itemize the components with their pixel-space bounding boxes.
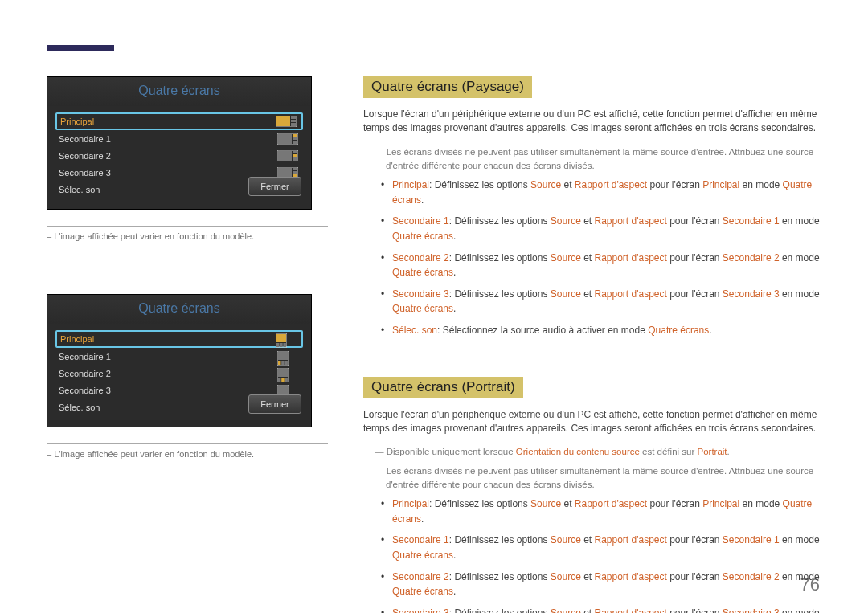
svg-rect-1	[276, 116, 290, 126]
section-info-note: Les écrans divisés ne peuvent pas utilis…	[375, 464, 821, 492]
svg-rect-4	[291, 123, 296, 126]
layout-icon-principal-portrait	[276, 333, 297, 345]
osd-row-secondaire2[interactable]: Secondaire 2	[55, 147, 303, 164]
osd-row-label: Secondaire 1	[59, 134, 277, 144]
osd-row-label: Secondaire 1	[59, 352, 277, 362]
left-note-text: L'image affichée peut varier en fonction…	[54, 231, 254, 241]
left-note: – L'image affichée peut varier en foncti…	[47, 231, 336, 241]
svg-rect-7	[293, 134, 297, 137]
osd-row-secondaire1[interactable]: Secondaire 1	[55, 130, 303, 147]
svg-rect-28	[281, 361, 285, 365]
close-button[interactable]: Fermer	[248, 394, 301, 414]
svg-rect-27	[278, 361, 281, 365]
section-landscape: Quatre écrans (Paysage) Lorsque l'écran …	[363, 76, 821, 338]
section-title-portrait: Quatre écrans (Portrait)	[363, 377, 523, 398]
note-rule	[47, 226, 328, 227]
bullet-selec-son: Sélec. son: Sélectionnez la source audio…	[392, 323, 821, 338]
section-intro: Lorsque l'écran d'un périphérique extern…	[363, 408, 821, 436]
osd-row-label: Secondaire 3	[59, 168, 277, 178]
svg-rect-12	[293, 151, 297, 153]
section-title-landscape: Quatre écrans (Paysage)	[363, 76, 532, 98]
svg-rect-18	[293, 171, 297, 174]
osd-panel-portrait: Quatre écrans Principal Secondaire 1	[47, 294, 312, 427]
svg-rect-23	[280, 343, 283, 347]
osd-row-label: Secondaire 2	[59, 369, 277, 378]
osd-row-label: Principal	[60, 116, 276, 126]
svg-rect-8	[293, 137, 297, 140]
layout-icon-principal-landscape	[276, 116, 297, 127]
osd-row-label: Secondaire 2	[59, 151, 277, 161]
svg-rect-3	[291, 120, 296, 122]
osd-row-label: Secondaire 3	[59, 386, 277, 395]
left-note: – L'image affichée peut varier en foncti…	[47, 449, 336, 459]
bullet-principal: Principal: Définissez les options Source…	[392, 178, 821, 207]
bullet-list: Principal: Définissez les options Source…	[363, 497, 821, 613]
osd-title: Quatre écrans	[47, 295, 311, 324]
close-button[interactable]: Fermer	[248, 177, 301, 196]
svg-rect-21	[276, 334, 286, 342]
svg-rect-9	[293, 141, 297, 144]
osd-title: Quatre écrans	[47, 77, 311, 106]
header-accent	[47, 45, 114, 51]
bullet-secondaire2: Secondaire 2: Définissez les options Sou…	[392, 570, 821, 599]
svg-rect-36	[278, 386, 288, 394]
bullet-secondaire3: Secondaire 3: Définissez les options Sou…	[392, 287, 821, 317]
bullet-secondaire1: Secondaire 1: Définissez les options Sou…	[392, 533, 821, 562]
osd-row-principal[interactable]: Principal	[55, 330, 303, 348]
osd-row-secondaire2[interactable]: Secondaire 2	[55, 365, 303, 382]
layout-icon-sec1-portrait	[277, 351, 298, 362]
svg-rect-2	[291, 116, 296, 119]
bullet-list: Principal: Définissez les options Source…	[363, 178, 821, 337]
osd-row-label: Principal	[60, 334, 276, 344]
layout-icon-sec1-landscape	[277, 133, 298, 145]
note-rule	[47, 443, 328, 444]
section-portrait: Quatre écrans (Portrait) Lorsque l'écran…	[363, 377, 821, 613]
svg-rect-14	[293, 157, 297, 161]
osd-panel-landscape: Quatre écrans Principal Secondaire 1	[47, 76, 312, 210]
bullet-secondaire3: Secondaire 3: Définissez les options Sou…	[392, 606, 821, 613]
section-info-availability: Disponible uniquement lorsque Orientatio…	[375, 445, 821, 459]
section-info-note: Les écrans divisés ne peuvent pas utilis…	[375, 145, 821, 174]
bullet-principal: Principal: Définissez les options Source…	[392, 497, 821, 526]
svg-rect-32	[278, 378, 281, 382]
svg-rect-31	[278, 369, 288, 377]
svg-rect-11	[278, 151, 292, 161]
svg-rect-13	[293, 154, 297, 157]
svg-rect-17	[293, 168, 297, 170]
svg-rect-29	[285, 361, 288, 365]
svg-rect-33	[281, 378, 285, 382]
layout-icon-sec2-portrait	[277, 368, 298, 379]
svg-rect-26	[278, 352, 288, 360]
osd-row-secondaire1[interactable]: Secondaire 1	[55, 348, 303, 365]
section-intro: Lorsque l'écran d'un périphérique extern…	[363, 108, 821, 136]
left-note-text: L'image affichée peut varier en fonction…	[54, 449, 254, 459]
bullet-secondaire2: Secondaire 2: Définissez les options Sou…	[392, 251, 821, 280]
svg-rect-16	[278, 168, 292, 178]
svg-rect-34	[285, 378, 288, 382]
header-rule	[114, 51, 821, 51]
osd-row-principal[interactable]: Principal	[55, 112, 303, 130]
layout-icon-sec2-landscape	[277, 150, 298, 161]
bullet-secondaire1: Secondaire 1: Définissez les options Sou…	[392, 214, 821, 243]
svg-rect-24	[283, 343, 286, 347]
svg-rect-6	[278, 134, 292, 144]
svg-rect-22	[276, 343, 280, 347]
